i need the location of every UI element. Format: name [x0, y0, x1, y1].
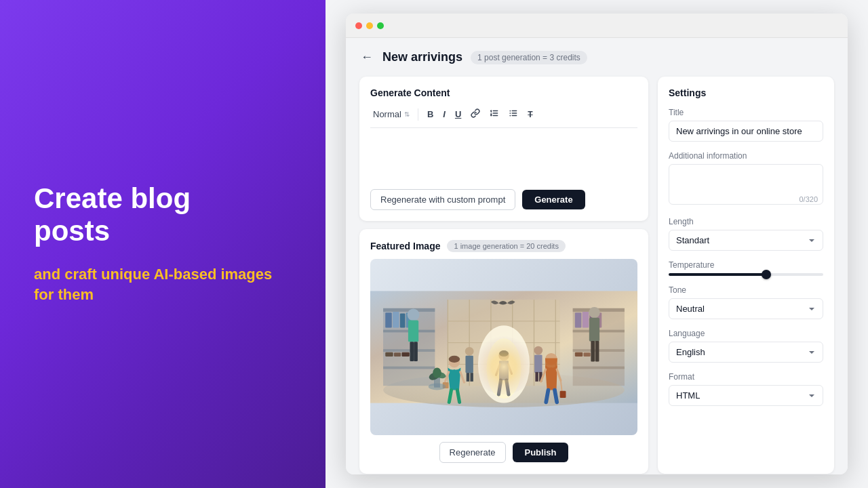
svg-rect-43 [575, 312, 582, 327]
settings-title: Settings [669, 87, 823, 98]
generate-button[interactable]: Generate [522, 190, 585, 209]
chevron-up-down-icon: ⇅ [404, 110, 410, 118]
svg-rect-50 [408, 321, 418, 342]
format-group: Format HTML Markdown Plain Text [669, 372, 823, 406]
svg-line-71 [457, 390, 459, 403]
svg-point-66 [449, 356, 460, 363]
svg-point-9 [510, 110, 511, 112]
temperature-slider-container [669, 273, 823, 276]
format-select[interactable]: HTML Markdown Plain Text [669, 385, 823, 406]
svg-rect-31 [385, 312, 392, 327]
browser-window: ← New arrivings 1 post generation = 3 cr… [346, 14, 848, 474]
svg-rect-36 [394, 352, 401, 357]
svg-rect-33 [400, 313, 406, 327]
additional-info-wrapper: 0/320 [669, 164, 823, 207]
link-button[interactable] [467, 106, 484, 122]
additional-info-label: Additional information [669, 151, 823, 161]
bottom-actions: Regenerate Publish [370, 442, 637, 463]
format-select[interactable]: Normal ⇅ [370, 108, 412, 121]
publish-button[interactable]: Publish [513, 443, 569, 462]
featured-header: Featured Image 1 image generation = 20 c… [370, 240, 637, 252]
additional-info-group: Additional information 0/320 [669, 151, 823, 207]
svg-rect-55 [591, 341, 595, 362]
title-label: Title [669, 108, 823, 117]
svg-point-91 [469, 325, 538, 394]
svg-rect-29 [383, 349, 435, 352]
generate-row: Regenerate with custom prompt Generate [370, 189, 637, 210]
svg-rect-44 [583, 312, 589, 328]
title-input[interactable] [669, 121, 823, 142]
maximize-dot [377, 22, 384, 29]
toolbar-divider [418, 108, 418, 121]
image-credits-badge: 1 image generation = 20 credits [447, 240, 565, 252]
svg-point-10 [510, 113, 511, 114]
underline-button[interactable]: U [452, 107, 465, 121]
tone-group: Tone Neutral Formal Casual Friendly [669, 285, 823, 319]
featured-image-card: Featured Image 1 image generation = 20 c… [359, 229, 648, 474]
language-select[interactable]: English Spanish French German [669, 342, 823, 363]
svg-rect-32 [393, 312, 399, 328]
featured-image-title: Featured Image [370, 241, 440, 251]
page-header: ← New arrivings 1 post generation = 3 cr… [359, 49, 834, 66]
length-select[interactable]: Standart Short Long [669, 230, 823, 251]
credits-badge: 1 post generation = 3 credits [471, 51, 587, 64]
svg-rect-47 [575, 352, 583, 357]
svg-rect-48 [584, 352, 591, 357]
length-label: Length [669, 217, 823, 226]
right-panel: ← New arrivings 1 post generation = 3 cr… [326, 0, 868, 488]
svg-rect-51 [410, 342, 414, 361]
svg-rect-37 [401, 352, 409, 357]
settings-column: Settings Title Additional information 0/… [658, 77, 834, 474]
svg-point-90 [433, 368, 441, 378]
clear-format-button[interactable]: T [524, 108, 536, 121]
format-label: Format [669, 372, 823, 382]
minimize-dot [366, 22, 373, 29]
svg-rect-42 [573, 367, 625, 369]
svg-point-53 [589, 307, 600, 319]
page-title: New arrivings [382, 50, 462, 64]
svg-line-85 [555, 390, 557, 403]
svg-point-49 [408, 308, 420, 321]
unordered-list-button[interactable] [505, 106, 521, 122]
svg-rect-59 [467, 373, 469, 382]
ordered-list-button[interactable] [486, 106, 502, 122]
title-group: Title [669, 108, 823, 142]
regenerate-custom-button[interactable]: Regenerate with custom prompt [370, 189, 515, 210]
svg-rect-56 [595, 341, 599, 362]
headline: Create blog posts [34, 182, 292, 248]
tone-label: Tone [669, 285, 823, 295]
editor-textarea[interactable] [370, 135, 637, 182]
svg-rect-30 [383, 367, 435, 369]
italic-button[interactable]: I [439, 107, 449, 121]
svg-rect-54 [589, 318, 599, 342]
browser-content: ← New arrivings 1 post generation = 3 cr… [346, 38, 848, 474]
temperature-thumb[interactable] [762, 270, 771, 279]
svg-line-70 [449, 390, 451, 403]
tone-select[interactable]: Neutral Formal Casual Friendly [669, 298, 823, 319]
temperature-label: Temperature [669, 260, 823, 270]
svg-line-84 [546, 390, 548, 403]
svg-rect-83 [560, 391, 566, 398]
generate-content-title: Generate Content [370, 87, 637, 98]
subtext: and craft unique AI-based images for the… [34, 264, 292, 306]
language-group: Language English Spanish French German [669, 329, 823, 363]
browser-chrome [346, 14, 848, 38]
svg-rect-35 [385, 352, 393, 357]
temperature-slider-track[interactable] [669, 273, 823, 276]
close-dot [355, 22, 362, 29]
left-panel: Create blog posts and craft unique AI-ba… [0, 0, 326, 488]
svg-rect-63 [535, 372, 538, 382]
temperature-group: Temperature [669, 260, 823, 276]
language-label: Language [669, 329, 823, 338]
svg-point-11 [510, 115, 511, 117]
main-layout: Generate Content Normal ⇅ B I U [359, 77, 834, 474]
editor-toolbar: Normal ⇅ B I U [370, 106, 637, 128]
regenerate-button[interactable]: Regenerate [439, 442, 506, 463]
back-button[interactable]: ← [359, 49, 374, 66]
generate-content-card: Generate Content Normal ⇅ B I U [359, 77, 648, 221]
char-count: 0/320 [799, 195, 818, 203]
bold-button[interactable]: B [424, 107, 437, 121]
content-column: Generate Content Normal ⇅ B I U [359, 77, 648, 474]
length-group: Length Standart Short Long [669, 217, 823, 251]
settings-card: Settings Title Additional information 0/… [658, 77, 834, 474]
